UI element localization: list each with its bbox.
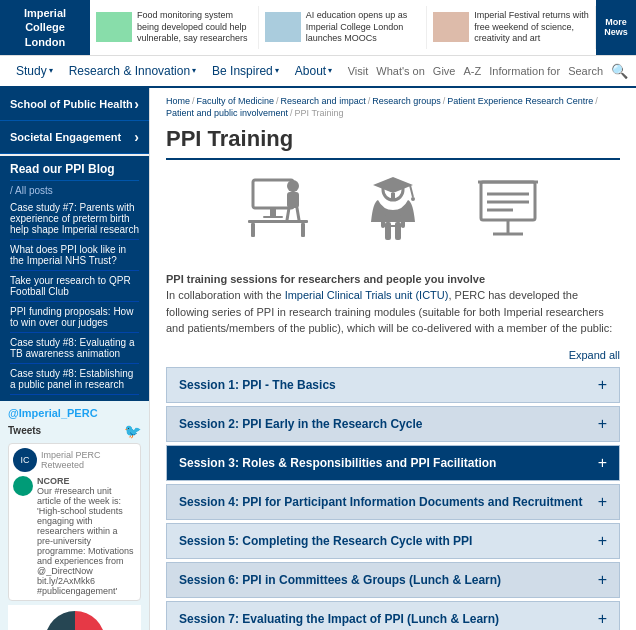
svg-point-3 <box>287 180 299 192</box>
breadcrumb-home[interactable]: Home <box>166 96 190 106</box>
breadcrumb-ppi[interactable]: Patient and public involvement <box>166 108 288 118</box>
nav-search-label[interactable]: Search <box>568 65 603 77</box>
news-strip: Food monitoring system being developed c… <box>90 6 596 49</box>
research-banner: RESEARCH FOR ALL <box>8 605 141 630</box>
svg-rect-2 <box>263 216 283 218</box>
svg-rect-19 <box>395 222 401 240</box>
nav-research[interactable]: Research & Innovation ▾ <box>61 64 204 78</box>
session-item-6[interactable]: Session 6: PPI in Committees & Groups (L… <box>166 562 620 598</box>
svg-rect-8 <box>251 223 255 237</box>
news-thumb-1 <box>96 12 132 42</box>
svg-line-6 <box>297 208 299 220</box>
tweet-avatar: IC <box>13 448 37 472</box>
news-text-2: AI education opens up as Imperial Colleg… <box>306 10 421 45</box>
news-item-3[interactable]: Imperial Festival returns with free week… <box>427 6 596 49</box>
session-item-2[interactable]: Session 2: PPI Early in the Research Cyc… <box>166 406 620 442</box>
svg-rect-4 <box>287 192 299 208</box>
nav-visit[interactable]: Visit <box>348 65 369 77</box>
blog-all-link[interactable]: / All posts <box>10 185 139 196</box>
session-item-3[interactable]: Session 3: Roles & Responsibilities and … <box>166 445 620 481</box>
logo[interactable]: Imperial CollegeLondon <box>0 0 90 55</box>
case-study-2[interactable]: What does PPI look like in the Imperial … <box>10 240 139 271</box>
case-study-5[interactable]: Case study #8: Evaluating a TB awareness… <box>10 333 139 364</box>
svg-rect-12 <box>391 193 395 201</box>
page-title: PPI Training <box>166 126 620 160</box>
session-label-3: Session 3: Roles & Responsibilities and … <box>179 456 496 470</box>
tweet-area: IC Imperial PERC Retweeted NCORE Our #re… <box>8 443 141 601</box>
sidebar-school-btn[interactable]: School of Public Health › <box>0 88 149 121</box>
breadcrumb-current: PPI Training <box>295 108 344 118</box>
breadcrumb-groups[interactable]: Research groups <box>372 96 441 106</box>
case-study-4[interactable]: PPI funding proposals: How to win over o… <box>10 302 139 333</box>
session-item-4[interactable]: Session 4: PPI for Participant Informati… <box>166 484 620 520</box>
presentation-board-icon <box>473 172 543 255</box>
breadcrumb: Home / Faculty of Medicine / Research an… <box>166 96 620 118</box>
svg-rect-9 <box>301 223 305 237</box>
search-icon[interactable]: 🔍 <box>611 63 628 79</box>
session-label-7: Session 7: Evaluating the Impact of PPI … <box>179 612 499 626</box>
nav-inspired[interactable]: Be Inspired ▾ <box>204 64 287 78</box>
session-label-1: Session 1: PPI - The Basics <box>179 378 336 392</box>
case-study-1[interactable]: Case study #7: Parents with experience o… <box>10 198 139 240</box>
svg-rect-16 <box>381 212 385 228</box>
session-item-5[interactable]: Session 5: Completing the Research Cycle… <box>166 523 620 559</box>
breadcrumb-perc[interactable]: Patient Experience Research Centre <box>447 96 593 106</box>
expand-all-link[interactable]: Expand all <box>166 349 620 361</box>
case-study-6[interactable]: Case study #8: Establishing a public pan… <box>10 364 139 395</box>
news-text-3: Imperial Festival returns with free week… <box>474 10 589 45</box>
twitter-bird-icon: 🐦 <box>124 423 141 439</box>
content-area: Home / Faculty of Medicine / Research an… <box>150 88 636 630</box>
tweets-label: Tweets <box>8 425 41 436</box>
sessions-list: Session 1: PPI - The Basics+Session 2: P… <box>166 367 620 630</box>
sidebar-societal-btn[interactable]: Societal Engagement › <box>0 121 149 154</box>
ictu-link[interactable]: Imperial Clinical Trials unit (ICTU) <box>285 289 449 301</box>
nav-study[interactable]: Study ▾ <box>8 64 61 78</box>
tweet-source-avatar <box>13 476 33 496</box>
session-expand-icon-1: + <box>598 376 607 394</box>
computer-person-icon <box>243 172 313 255</box>
session-expand-icon-2: + <box>598 415 607 433</box>
nav-about[interactable]: About ▾ <box>287 64 340 78</box>
graduate-icon <box>353 172 433 255</box>
nav-give[interactable]: Give <box>433 65 456 77</box>
school-chevron-icon: › <box>134 96 139 112</box>
nav-right: Visit What's on Give A-Z Information for… <box>348 63 628 79</box>
news-item-2[interactable]: AI education opens up as Imperial Colleg… <box>259 6 428 49</box>
header: Imperial CollegeLondon Food monitoring s… <box>0 0 636 56</box>
session-item-7[interactable]: Session 7: Evaluating the Impact of PPI … <box>166 601 620 630</box>
study-arrow-icon: ▾ <box>49 66 53 75</box>
breadcrumb-faculty[interactable]: Faculty of Medicine <box>197 96 275 106</box>
nav-az[interactable]: A-Z <box>463 65 481 77</box>
session-label-4: Session 4: PPI for Participant Informati… <box>179 495 582 509</box>
tweet-retweet-label: Imperial PERC Retweeted <box>41 450 136 470</box>
description: PPI training sessions for researchers an… <box>166 271 620 337</box>
session-label-6: Session 6: PPI in Committees & Groups (L… <box>179 573 501 587</box>
nav-info[interactable]: Information for <box>489 65 560 77</box>
twitter-handle[interactable]: @Imperial_PERC <box>8 407 141 419</box>
inspired-arrow-icon: ▾ <box>275 66 279 75</box>
news-text-1: Food monitoring system being developed c… <box>137 10 252 45</box>
session-expand-icon-6: + <box>598 571 607 589</box>
news-item-1[interactable]: Food monitoring system being developed c… <box>90 6 259 49</box>
research-arrow-icon: ▾ <box>192 66 196 75</box>
news-thumb-3 <box>433 12 469 42</box>
session-item-1[interactable]: Session 1: PPI - The Basics+ <box>166 367 620 403</box>
session-expand-icon-7: + <box>598 610 607 628</box>
svg-rect-7 <box>248 220 308 223</box>
icons-row <box>166 172 620 255</box>
svg-point-14 <box>411 197 415 201</box>
nav-whats-on[interactable]: What's on <box>376 65 425 77</box>
description-body: In collaboration with the Imperial Clini… <box>166 289 612 334</box>
case-study-3[interactable]: Take your research to QPR Football Club <box>10 271 139 302</box>
breadcrumb-research[interactable]: Research and impact <box>281 96 366 106</box>
about-arrow-icon: ▾ <box>328 66 332 75</box>
tweet-text: NCORE Our #research unit article of the … <box>37 476 136 596</box>
session-label-2: Session 2: PPI Early in the Research Cyc… <box>179 417 422 431</box>
nav-bar: Study ▾ Research & Innovation ▾ Be Inspi… <box>0 56 636 88</box>
societal-chevron-icon: › <box>134 129 139 145</box>
session-label-5: Session 5: Completing the Research Cycle… <box>179 534 472 548</box>
session-expand-icon-5: + <box>598 532 607 550</box>
more-news-button[interactable]: More News <box>596 0 636 55</box>
svg-rect-1 <box>270 208 276 216</box>
svg-rect-17 <box>401 212 405 228</box>
